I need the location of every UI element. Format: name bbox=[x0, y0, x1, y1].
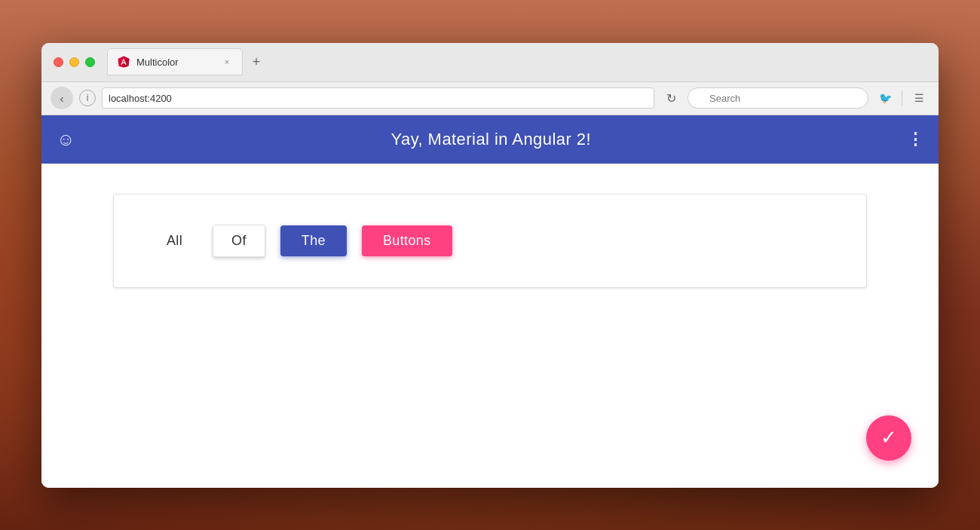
info-button[interactable]: i bbox=[79, 90, 96, 106]
extensions-button[interactable]: 🐦 bbox=[874, 87, 896, 109]
browser-tab[interactable]: Multicolor × bbox=[107, 48, 243, 75]
angular-favicon bbox=[117, 55, 130, 69]
tab-close-button[interactable]: × bbox=[221, 56, 233, 68]
maximize-window-button[interactable] bbox=[85, 57, 95, 67]
tab-title: Multicolor bbox=[136, 57, 215, 68]
all-button[interactable]: All bbox=[152, 225, 198, 256]
app-content: ☺ Yay, Material in Angular 2! ⋮ All Of T… bbox=[41, 115, 939, 488]
fab-button[interactable]: ✓ bbox=[866, 415, 911, 461]
traffic-lights bbox=[54, 57, 95, 67]
app-toolbar: ☺ Yay, Material in Angular 2! ⋮ bbox=[41, 115, 939, 164]
tab-bar: Multicolor × + bbox=[107, 48, 926, 75]
toolbar-more-button[interactable]: ⋮ bbox=[907, 130, 923, 149]
the-button[interactable]: The bbox=[280, 225, 347, 256]
minimize-window-button[interactable] bbox=[69, 57, 79, 67]
back-button[interactable]: ‹ bbox=[51, 87, 73, 109]
fab-check-icon: ✓ bbox=[880, 426, 897, 449]
of-button[interactable]: Of bbox=[213, 225, 265, 257]
divider bbox=[902, 90, 902, 106]
app-main: All Of The Buttons ✓ bbox=[41, 164, 939, 488]
button-card: All Of The Buttons bbox=[113, 194, 867, 288]
buttons-button[interactable]: Buttons bbox=[362, 225, 452, 256]
new-tab-button[interactable]: + bbox=[246, 51, 267, 72]
toolbar-menu-icon[interactable]: ☺ bbox=[57, 129, 75, 150]
search-input[interactable] bbox=[688, 87, 868, 109]
title-bar: Multicolor × + bbox=[41, 43, 939, 82]
menu-button[interactable]: ☰ bbox=[908, 87, 929, 109]
browser-window: Multicolor × + ‹ i ↻ 🔍 🐦 ☰ ☺ Yay, Materi… bbox=[41, 43, 939, 488]
app-title: Yay, Material in Angular 2! bbox=[75, 130, 907, 149]
search-wrapper: 🔍 bbox=[688, 87, 868, 109]
address-bar[interactable] bbox=[102, 87, 654, 109]
nav-bar: ‹ i ↻ 🔍 🐦 ☰ bbox=[41, 82, 939, 115]
reload-button[interactable]: ↻ bbox=[660, 87, 681, 109]
close-window-button[interactable] bbox=[54, 57, 63, 67]
